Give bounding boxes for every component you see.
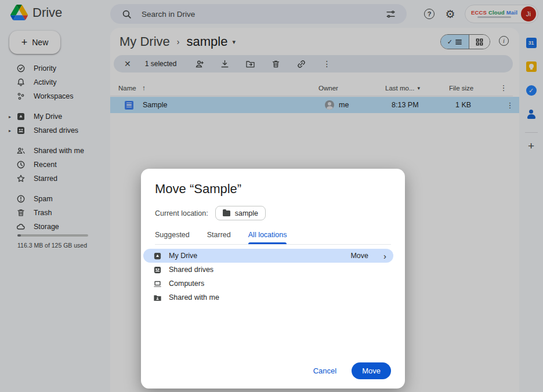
dialog-title: Move “Sample”: [155, 182, 391, 197]
location-row-computers[interactable]: Computers: [143, 277, 393, 291]
location-label: Shared drives: [169, 266, 213, 274]
folder-icon: [223, 210, 230, 216]
cancel-button[interactable]: Cancel: [313, 366, 336, 375]
move-button[interactable]: Move: [352, 362, 391, 379]
current-location-name: sample: [235, 209, 258, 217]
location-label: Computers: [169, 280, 204, 288]
location-row-shared-drives[interactable]: Shared drives: [143, 263, 393, 277]
tab-all-locations[interactable]: All locations: [248, 231, 287, 244]
shared-drives-icon: [153, 266, 162, 274]
dialog-tabs: Suggested Starred All locations: [155, 231, 391, 245]
location-row-shared-with-me[interactable]: Shared with me: [143, 291, 393, 304]
computer-icon: [153, 280, 162, 288]
current-location-chip[interactable]: sample: [215, 206, 266, 220]
location-list: My Drive Move › Shared drives Computers …: [143, 249, 403, 304]
move-dialog: Move “Sample” Current location: sample S…: [141, 169, 405, 389]
location-row-my-drive[interactable]: My Drive Move ›: [143, 249, 393, 263]
current-location-label: Current location:: [155, 209, 208, 217]
location-label: My Drive: [169, 252, 197, 260]
tab-starred[interactable]: Starred: [207, 231, 231, 244]
tab-suggested[interactable]: Suggested: [155, 231, 190, 244]
row-move-action[interactable]: Move: [350, 252, 368, 260]
shared-folder-icon: [153, 293, 162, 302]
chevron-right-icon[interactable]: ›: [383, 251, 386, 261]
my-drive-icon: [153, 252, 162, 260]
location-label: Shared with me: [169, 293, 219, 302]
